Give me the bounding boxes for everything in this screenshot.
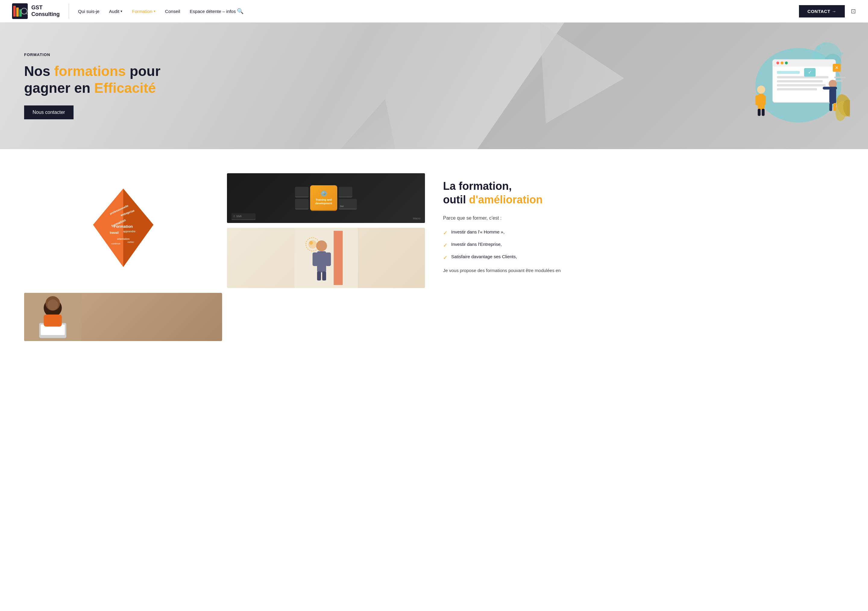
svg-rect-30 (756, 95, 760, 105)
text-column: La formation, outil d'amélioration Parce… (443, 173, 844, 274)
svg-point-34 (829, 80, 837, 88)
logo-icon (12, 3, 28, 19)
check-icon-3: ✓ (443, 254, 448, 261)
svg-rect-72 (44, 314, 62, 326)
hero-title: Nos formations pour gagner en Efficacité (24, 63, 160, 96)
section-title: La formation, outil d'amélioration (443, 179, 844, 206)
audit-dropdown-arrow: ▾ (121, 9, 122, 13)
hero-content: FORMATION Nos formations pour gagner en … (24, 53, 160, 119)
formation-dropdown-arrow: ▾ (154, 9, 155, 13)
hero-title-part2: pour (126, 63, 160, 79)
hero-title-part1: Nos (24, 63, 54, 79)
svg-point-63 (308, 240, 317, 249)
svg-text:orientation: orientation (117, 237, 129, 240)
scan-icon[interactable]: ⊡ (851, 8, 856, 15)
pyramid-svg: professionnelle entreprise formation For… (90, 186, 157, 276)
nav-link-formation[interactable]: Formation ▾ (132, 9, 155, 14)
svg-rect-26 (834, 77, 846, 78)
svg-rect-36 (823, 87, 837, 90)
logo[interactable]: GST Consulting (12, 3, 60, 19)
checklist-item-3-text: Satisfaire davantage ses Clients, (451, 254, 517, 259)
svg-text:travail: travail (110, 231, 119, 234)
svg-point-14 (777, 62, 780, 65)
svg-rect-17 (777, 71, 800, 74)
svg-point-56 (316, 240, 327, 251)
svg-rect-60 (317, 271, 321, 280)
section-title-part2: outil (443, 193, 469, 206)
svg-rect-32 (758, 109, 761, 116)
hero-label: FORMATION (24, 53, 160, 57)
training-key: ⚙️ Training and development (310, 185, 337, 211)
hero-title-highlight1: formations (54, 63, 126, 79)
svg-text:continue: continue (111, 242, 120, 245)
svg-rect-55 (334, 231, 343, 285)
section-title-highlight: d'amélioration (469, 193, 543, 206)
svg-text:Formation: Formation (114, 224, 133, 229)
nav-link-espace[interactable]: Espace détente – infos 🔍 (190, 8, 244, 14)
hero-section: FORMATION Nos formations pour gagner en … (0, 23, 868, 149)
hero-shape-triangle-1 (501, 23, 624, 124)
svg-point-16 (785, 62, 788, 65)
svg-point-9 (816, 46, 821, 50)
studying-person-svg (24, 293, 81, 341)
hero-title-highlight2: Efficacité (95, 80, 156, 96)
person-studying-image (24, 293, 222, 341)
checklist-item-1-text: Investir dans l'« Homme », (451, 229, 505, 234)
nav-link-qui-suis-je[interactable]: Qui suis-je (78, 9, 99, 14)
svg-rect-1 (13, 6, 16, 17)
check-icon-1: ✓ (443, 230, 448, 236)
pyramid-image: professionnelle entreprise formation For… (24, 173, 222, 288)
svg-rect-59 (326, 252, 331, 266)
svg-rect-35 (829, 88, 836, 104)
svg-point-15 (781, 62, 784, 65)
svg-rect-57 (317, 251, 326, 272)
svg-rect-18 (777, 76, 829, 79)
hero-cta-button[interactable]: Nous contacter (24, 105, 74, 119)
section-description: Je vous propose des formations pouvant ê… (443, 267, 844, 274)
navbar: GST Consulting Qui suis-je Audit ▾ Forma… (0, 0, 868, 23)
svg-point-28 (757, 85, 765, 94)
logo-text: GST Consulting (31, 5, 60, 17)
check-icon-2: ✓ (443, 242, 448, 249)
svg-rect-19 (777, 80, 823, 82)
presenter-image (227, 228, 425, 288)
svg-text:métier: métier (127, 241, 134, 243)
checklist-item-3: ✓ Satisfaire davantage ses Clients, (443, 254, 844, 261)
images-column: professionnelle entreprise formation For… (24, 173, 425, 341)
svg-text:apprendre: apprendre (123, 230, 135, 233)
svg-rect-21 (777, 88, 817, 91)
nav-link-audit[interactable]: Audit ▾ (109, 9, 122, 14)
presenter-svg (294, 228, 358, 288)
svg-rect-31 (762, 95, 766, 105)
hero-shape-triangle-2 (341, 91, 414, 149)
hero-illustration: ✓ ✕ (735, 37, 850, 135)
checklist: ✓ Investir dans l'« Homme », ✓ Investir … (443, 229, 844, 261)
nav-divider (69, 4, 69, 19)
checklist-item-1: ✓ Investir dans l'« Homme », (443, 229, 844, 236)
svg-rect-2 (16, 8, 19, 17)
svg-point-11 (840, 52, 843, 56)
svg-rect-37 (829, 103, 832, 111)
contact-button[interactable]: CONTACT → (799, 5, 845, 17)
checklist-item-2-text: Investir dans l'Entreprise, (451, 241, 502, 247)
svg-point-69 (47, 300, 58, 310)
main-content: professionnelle entreprise formation For… (0, 149, 868, 359)
content-grid: professionnelle entreprise formation For… (24, 173, 844, 341)
svg-rect-58 (313, 252, 318, 266)
nav-link-conseil[interactable]: Conseil (165, 9, 180, 14)
checklist-item-2: ✓ Investir dans l'Entreprise, (443, 241, 844, 249)
section-title-part1: La formation, (443, 180, 512, 192)
search-icon[interactable]: 🔍 (237, 8, 243, 14)
svg-text:✓: ✓ (808, 70, 812, 75)
svg-point-64 (309, 241, 313, 244)
section-subtitle: Parce que se former, c'est : (443, 215, 844, 221)
svg-text:✕: ✕ (835, 65, 839, 70)
keyboard-image: ⚙️ Training and development Del ⇧ Shift … (227, 173, 425, 223)
hero-title-line2-part1: gagner en (24, 80, 95, 96)
svg-point-10 (823, 42, 826, 45)
svg-rect-33 (762, 109, 765, 116)
svg-rect-61 (322, 271, 326, 280)
svg-rect-20 (777, 84, 826, 87)
hero-illustration-svg: ✓ ✕ (735, 37, 850, 133)
nav-links: Qui suis-je Audit ▾ Formation ▾ Conseil … (78, 8, 799, 14)
